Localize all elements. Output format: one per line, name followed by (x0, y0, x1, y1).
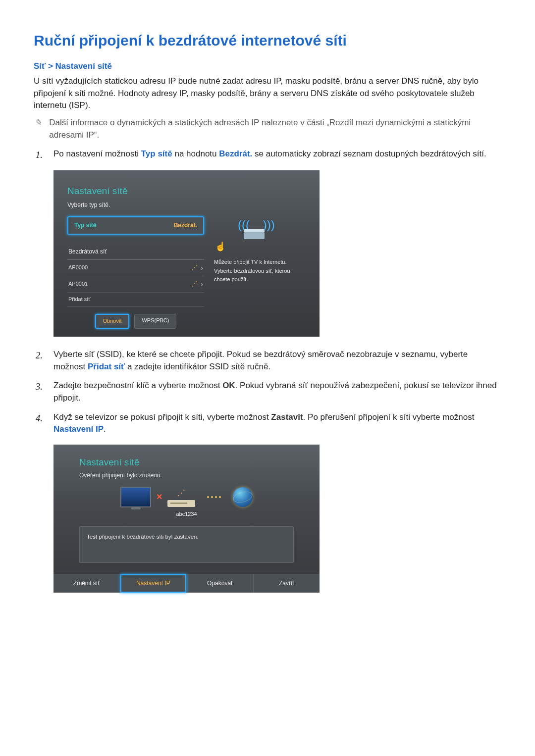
step-3: Zadejte bezpečnostní klíč a vyberte možn… (54, 380, 501, 404)
wifi-item-label: AP0001 (68, 280, 88, 288)
tv1-help-line2: Vyberte bezdrátovou síť, kterou (214, 267, 306, 276)
network-type-selector[interactable]: Typ sítě Bezdrát. (67, 216, 204, 235)
step-4-b: . Po přerušení připojení k síti vyberte … (303, 412, 475, 422)
ip-settings-button[interactable]: Nastavení IP (120, 574, 187, 593)
step-1-kw-typ: Typ sítě (141, 149, 172, 158)
chevron-right-icon: › (201, 279, 203, 289)
tv2-subtitle: Ověření připojení bylo zrušeno. (79, 471, 294, 480)
change-network-button[interactable]: Změnit síť (54, 574, 120, 593)
wps-button[interactable]: WPS(PBC) (134, 314, 176, 329)
wifi-list-header: Bezdrátová síť (67, 245, 204, 259)
tv2-button-bar: Změnit síť Nastavení IP Opakovat Zavřít (54, 574, 320, 593)
step-1-b: na hodnotu (172, 149, 219, 158)
step-4: Když se televizor se pokusí připojit k s… (54, 411, 501, 598)
dots-icon (207, 496, 221, 498)
wifi-item-add-network[interactable]: Přidat síť (67, 293, 204, 307)
step-4-a: Když se televizor se pokusí připojit k s… (54, 412, 271, 422)
intro-text: U sítí vyžadujících statickou adresu IP … (34, 75, 501, 112)
step-2: Vyberte síť (SSID), ke které se chcete p… (54, 349, 501, 373)
status-message: Test připojení k bezdrátové síti byl zas… (79, 526, 294, 563)
wifi-signal-icon: ⋰ (192, 280, 198, 288)
ssid-label: abc1234 (79, 510, 294, 518)
network-type-label: Typ sítě (74, 221, 96, 230)
wifi-item-label: Přidat síť (68, 296, 90, 303)
step-4-c: . (104, 424, 106, 434)
connection-diagram: ✕ ⋰ (79, 487, 294, 507)
step-4-kw-nastaveni-ip: Nastavení IP (54, 424, 104, 434)
breadcrumb-sep: > (46, 61, 55, 71)
hand-icon: ☝ (215, 240, 226, 253)
wifi-item-ap0000[interactable]: AP0000 ⋰› (67, 260, 204, 276)
tv-screenshot-connection-cancelled: Nastavení sítě Ověření připojení bylo zr… (54, 445, 320, 593)
router-icon (167, 500, 195, 507)
retry-button[interactable]: Opakovat (187, 574, 254, 593)
wifi-item-label: AP0000 (68, 264, 88, 272)
refresh-button[interactable]: Obnovit (95, 314, 130, 329)
tv2-title: Nastavení sítě (79, 455, 294, 469)
network-type-value: Bezdrát. (174, 221, 197, 230)
wifi-signal-icon: ⋰ (192, 263, 198, 272)
chevron-right-icon: › (201, 263, 203, 273)
globe-icon (233, 487, 253, 507)
step-1-c: se automaticky zobrazí seznam dostupných… (252, 149, 486, 158)
tv1-help-line3: chcete použít. (214, 275, 306, 284)
step-3-kw-ok: OK (222, 381, 235, 390)
step-2-kw: Přidat síť (88, 362, 125, 371)
close-button[interactable]: Zavřít (254, 574, 320, 593)
wifi-item-ap0001[interactable]: AP0001 ⋰› (67, 276, 204, 293)
tv1-subtitle: Vyberte typ sítě. (67, 201, 306, 209)
breadcrumb: Síť > Nastavení sítě (34, 60, 501, 73)
tv-screenshot-network-list: Nastavení sítě Vyberte typ sítě. Typ sít… (54, 170, 320, 337)
note-icon: ✎ (34, 117, 42, 141)
fail-x-icon: ✕ (156, 491, 162, 503)
step-1-a: Po nastavení možnosti (54, 149, 141, 158)
tv-icon (120, 487, 151, 507)
router-illustration: ((( ))) ☝ (214, 218, 306, 253)
note-text: Další informace o dynamických a statický… (49, 117, 501, 141)
step-4-kw-zastavit: Zastavit (271, 412, 303, 422)
breadcrumb-b: Nastavení sítě (55, 61, 112, 71)
tv1-help-line1: Můžete připojit TV k Internetu. (214, 258, 306, 267)
step-2-b: a zadejte identifikátor SSID sítě ručně. (125, 362, 270, 371)
step-1-kw-bezdrat: Bezdrát. (219, 149, 252, 158)
page-title: Ruční připojení k bezdrátové internetové… (34, 30, 501, 51)
step-3-a: Zadejte bezpečnostní klíč a vyberte možn… (54, 381, 222, 390)
tv1-title: Nastavení sítě (67, 184, 306, 198)
wifi-icon: ⋰ (167, 487, 195, 499)
step-1: Po nastavení možnosti Typ sítě na hodnot… (54, 148, 501, 342)
breadcrumb-a: Síť (34, 61, 46, 71)
